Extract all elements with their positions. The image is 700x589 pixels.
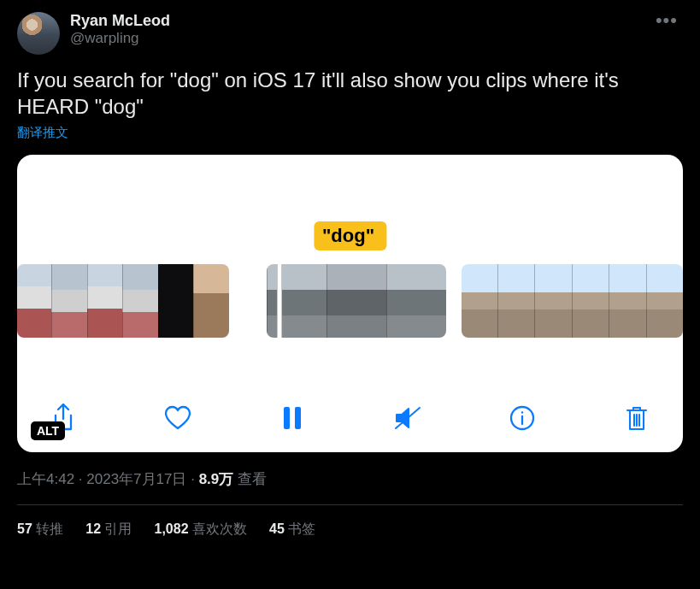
clip-frame [51, 264, 86, 338]
search-label-pill: "dog" [314, 221, 386, 250]
heart-icon[interactable] [162, 403, 193, 433]
playhead-icon[interactable] [277, 264, 282, 338]
media-toolbar [17, 403, 683, 433]
author-display-name: Ryan McLeod [70, 12, 650, 30]
clip-frame [462, 264, 497, 338]
pause-icon[interactable] [277, 403, 308, 433]
views-label: 查看 [233, 471, 267, 487]
media-card[interactable]: "dog" [17, 155, 683, 452]
clip-frame [326, 264, 386, 338]
clip-frame [386, 264, 446, 338]
clip-frame [534, 264, 571, 338]
clip-frame [609, 264, 645, 338]
clip-frame [572, 264, 609, 338]
views-count: 8.9万 [199, 471, 234, 487]
tweet-meta: 上午4:42 · 2023年7月17日 · 8.9万 查看 [17, 469, 683, 489]
clip-group-2[interactable] [267, 264, 446, 338]
alt-badge[interactable]: ALT [31, 421, 65, 440]
author-names[interactable]: Ryan McLeod @warpling [70, 12, 650, 47]
author-handle: @warpling [70, 30, 650, 47]
likes-stat[interactable]: 1,082 喜欢次数 [155, 521, 248, 539]
tweet-time[interactable]: 上午4:42 [17, 471, 74, 487]
svg-rect-0 [284, 407, 290, 429]
clip-frame [158, 264, 193, 338]
bookmarks-stat[interactable]: 45 书签 [269, 521, 315, 539]
clip-group-3[interactable] [462, 264, 683, 338]
clip-frame [193, 264, 228, 338]
clip-frame [87, 264, 122, 338]
retweets-stat[interactable]: 57 转推 [17, 521, 63, 539]
clip-frame [122, 264, 157, 338]
mute-icon[interactable] [392, 403, 423, 433]
tweet-container: Ryan McLeod @warpling ••• If you search … [0, 0, 700, 551]
tweet-date[interactable]: 2023年7月17日 [86, 471, 186, 487]
svg-point-5 [521, 412, 523, 414]
video-filmstrip[interactable] [17, 264, 683, 338]
trash-icon[interactable] [621, 403, 652, 433]
more-icon[interactable]: ••• [650, 12, 683, 29]
translate-link[interactable]: 翻译推文 [17, 125, 68, 141]
divider [17, 504, 683, 505]
clip-frame [497, 264, 534, 338]
clip-frame [646, 264, 683, 338]
clip-frame [267, 264, 326, 338]
clip-frame [17, 264, 51, 338]
quotes-stat[interactable]: 12 引用 [85, 521, 132, 539]
tweet-header: Ryan McLeod @warpling ••• [17, 12, 683, 55]
info-icon[interactable] [507, 403, 538, 433]
tweet-text: If you search for "dog" on iOS 17 it'll … [17, 67, 683, 120]
clip-group-1[interactable] [17, 264, 229, 338]
tweet-stats: 57 转推 12 引用 1,082 喜欢次数 45 书签 [17, 521, 683, 539]
avatar[interactable] [17, 12, 60, 55]
svg-rect-1 [295, 407, 301, 429]
